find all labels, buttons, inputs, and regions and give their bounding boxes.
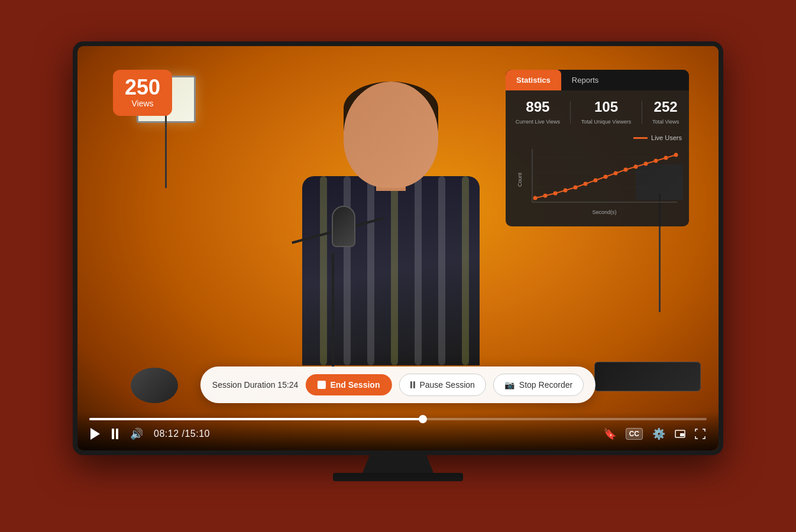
pause-bar-1 <box>410 381 412 388</box>
video-player: 250 Views Statistics Reports 895 Current… <box>77 46 719 450</box>
gear-icon: ⚙️ <box>652 427 665 440</box>
controls-right: 🔖 CC ⚙️ <box>602 426 707 442</box>
svg-point-18 <box>644 162 648 166</box>
mic-body <box>332 206 355 247</box>
volume-icon: 🔊 <box>130 427 143 440</box>
controls-left: 🔊 08:12 /15:10 <box>89 426 210 442</box>
stats-panel: Statistics Reports 895 Current Live View… <box>506 70 689 226</box>
svg-point-15 <box>614 171 618 176</box>
controls-row: 🔊 08:12 /15:10 🔖 CC ⚙️ <box>89 426 707 442</box>
svg-text:Second(s): Second(s) <box>592 209 616 215</box>
camera-slash-icon: 📷 <box>504 380 515 390</box>
tab-reports[interactable]: Reports <box>561 70 610 90</box>
svg-point-20 <box>664 156 668 160</box>
stat-total-views-label: Total Views <box>652 119 679 125</box>
legend-line <box>633 137 648 139</box>
progress-bar[interactable] <box>89 418 707 420</box>
svg-point-9 <box>554 192 558 196</box>
stat-divider-1 <box>570 101 571 124</box>
end-session-button[interactable]: End Session <box>305 374 391 395</box>
floor-light <box>119 350 190 403</box>
mic-stand-vertical <box>332 253 334 371</box>
volume-button[interactable]: 🔊 <box>129 426 144 442</box>
views-count: 250 <box>125 77 160 98</box>
monitor-stand <box>363 455 433 473</box>
stop-icon <box>317 381 325 389</box>
settings-button[interactable]: ⚙️ <box>651 426 666 442</box>
pip-button[interactable] <box>674 427 687 440</box>
stat-divider-2 <box>642 101 642 124</box>
bookmark-icon: 🔖 <box>603 427 616 440</box>
svg-point-17 <box>634 165 638 169</box>
microphone-stand <box>284 135 403 371</box>
svg-point-10 <box>564 189 568 193</box>
pause-bar-2 <box>413 381 415 388</box>
chart-svg: Count Second(s) <box>513 146 682 217</box>
video-controls: 🔊 08:12 /15:10 🔖 CC ⚙️ <box>77 412 719 450</box>
play-icon <box>90 428 100 440</box>
views-badge: 250 Views <box>113 70 172 116</box>
stop-recorder-button[interactable]: 📷 Stop Recorder <box>493 374 584 396</box>
pause-video-icon <box>112 429 118 439</box>
monitor-wrapper: 250 Views Statistics Reports 895 Current… <box>67 41 729 491</box>
time-display: 08:12 /15:10 <box>154 429 210 439</box>
svg-point-8 <box>543 194 548 198</box>
pause-bar-v2 <box>116 429 118 439</box>
cc-button[interactable]: CC <box>624 427 644 441</box>
stat-unique-viewers-value: 105 <box>581 99 631 115</box>
keyboard <box>594 362 701 391</box>
svg-point-7 <box>533 196 538 200</box>
stat-live-views: 895 Current Live Views <box>516 99 560 126</box>
play-button[interactable] <box>89 427 101 441</box>
stats-numbers: 895 Current Live Views 105 Total Unique … <box>506 90 689 131</box>
svg-text:Count: Count <box>517 173 523 187</box>
pip-icon <box>675 429 685 439</box>
svg-point-14 <box>604 175 608 179</box>
end-session-label: End Session <box>330 380 380 390</box>
svg-rect-23 <box>680 433 684 436</box>
monitor-screen: 250 Views Statistics Reports 895 Current… <box>73 41 723 455</box>
svg-point-11 <box>574 186 578 190</box>
session-duration: Session Duration 15:24 <box>212 380 299 390</box>
pause-session-button[interactable]: Pause Session <box>399 374 486 396</box>
pause-button[interactable] <box>111 427 119 440</box>
stat-unique-viewers-label: Total Unique Viewers <box>581 119 631 125</box>
fullscreen-button[interactable] <box>694 427 707 440</box>
monitor-base <box>333 473 463 481</box>
stop-recorder-label: Stop Recorder <box>519 380 572 390</box>
stat-live-views-label: Current Live Views <box>516 119 560 125</box>
progress-fill <box>89 418 423 420</box>
views-label: Views <box>131 99 153 108</box>
session-controls: Session Duration 15:24 End Session Pause… <box>200 366 596 403</box>
tab-statistics[interactable]: Statistics <box>506 70 561 90</box>
progress-thumb <box>419 415 427 423</box>
svg-point-21 <box>674 153 678 157</box>
legend-label: Live Users <box>651 134 682 141</box>
pause-icon <box>410 381 415 388</box>
stat-total-views: 252 Total Views <box>652 99 679 126</box>
stat-live-views-value: 895 <box>516 99 560 115</box>
svg-point-19 <box>654 159 658 163</box>
svg-point-12 <box>584 182 588 186</box>
svg-point-13 <box>594 179 598 183</box>
chart-container: Live Users Count Second(s) <box>506 131 689 226</box>
svg-point-16 <box>624 168 628 172</box>
fullscreen-icon <box>695 429 706 439</box>
stat-total-views-value: 252 <box>652 99 679 115</box>
bookmark-button[interactable]: 🔖 <box>602 426 617 442</box>
floor-light-body <box>131 368 178 403</box>
stats-tabs: Statistics Reports <box>506 70 689 90</box>
pause-session-label: Pause Session <box>419 380 474 390</box>
cc-icon: CC <box>626 428 643 440</box>
stat-unique-viewers: 105 Total Unique Viewers <box>581 99 631 126</box>
chart-legend: Live Users <box>513 134 682 141</box>
pause-bar-v1 <box>112 429 114 439</box>
